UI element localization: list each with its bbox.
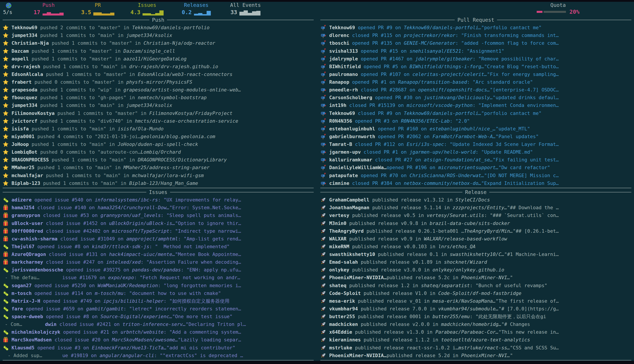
push-event-list: Tekknow69 pushed 2 commits to "master" i… — [3, 24, 314, 187]
event-row: fare opened issue #659 on gambit/gambit:… — [3, 305, 314, 312]
spark-bar — [102, 14, 106, 16]
panel-title-text: Pull Request — [457, 17, 494, 23]
event-row: Thejul67 opened issue #8 on kind3r/ttloc… — [3, 243, 314, 250]
event-text: uBlock-user closed issue #1452 on uBlock… — [12, 220, 241, 226]
event-row: madchicken published release v2.0.0 in m… — [320, 320, 631, 328]
quota-bar — [537, 11, 566, 13]
event-text: Christian-Nja pushed 1 commits to "maste… — [12, 40, 215, 46]
event-row: int19h closed PR #15139 on microsoft/vsc… — [320, 102, 631, 109]
mailbox-open-icon — [320, 134, 329, 140]
event-row: space-dweeb opened issue #8 on Source-Di… — [3, 313, 314, 320]
spark-bar — [59, 12, 64, 16]
issues-event-list: adizere opened issue #540 on informalsys… — [3, 196, 314, 360]
star-icon — [3, 87, 12, 93]
spark-bar — [98, 12, 102, 16]
event-text: kalluriramkumar closed PR #27 on atsign-… — [329, 157, 559, 162]
gauge-label: All Events — [230, 2, 261, 8]
event-row: paulromano opened PR #107 on celeritas-p… — [320, 71, 631, 78]
event-text: Emad-salah published release v0.1.89 in … — [329, 259, 487, 265]
gauge-sparkline — [43, 9, 64, 16]
star-icon — [3, 64, 12, 70]
event-text: MarcSkovMadsen closed issue #20 on MarcS… — [12, 337, 241, 342]
event-row: frabert pushed 0 commits to "master" in … — [3, 78, 314, 86]
event-row: Tekknow69 opened PR #9 on Tekknow69/dani… — [320, 24, 631, 31]
spark-bar — [51, 14, 55, 16]
gauge-readout: 33 — [231, 8, 261, 16]
star-icon — [3, 48, 12, 54]
event-text: Dazcam pushed 1 commits to "master" in D… — [12, 48, 175, 54]
rocket-icon — [320, 290, 329, 296]
event-text: Ranapop opened PR #1 on Ranapop/transiti… — [329, 79, 533, 85]
event-text: - Added sup… ue #19819 on angular/angula… — [5, 353, 243, 358]
event-text: Tamrat-B closed PR #112 on Esri/i3s-spec… — [329, 142, 559, 147]
event-text: PhoenixMiner-NVIDIA…published release 5.… — [329, 275, 513, 280]
event-row: svishal313 opened PR #15 on snehilsanyal… — [320, 48, 631, 55]
mailbox-open-icon — [320, 94, 329, 100]
rocket-icon — [320, 329, 329, 335]
gift-icon — [3, 337, 12, 343]
gauge-sparkline — [93, 9, 114, 16]
quota-label: Quota — [550, 2, 566, 8]
panel-push: Push Tekknow69 pushed 2 commits to "mast… — [3, 16, 314, 188]
star-icon — [3, 141, 12, 147]
globe-icon — [5, 2, 12, 9]
event-text: adizere opened issue #540 on informalsys… — [12, 197, 241, 202]
event-text: int19h closed PR #15139 on microsoft/vsc… — [329, 102, 559, 108]
event-row: x64Eddie published release v1.3.0 in Par… — [320, 328, 631, 336]
star-icon — [3, 157, 12, 163]
rocket-icon — [320, 267, 329, 273]
header: 5/s Push17PR3.5Issues4.3Releases0.2All E… — [0, 2, 634, 16]
event-text: mikeRNM published release v0.0.103 in ln… — [329, 244, 476, 249]
rocket-icon — [320, 345, 329, 351]
mailbox-open-icon — [320, 79, 329, 85]
event-text: patapufate opened PR #70 on ChrisScianna… — [329, 173, 559, 178]
gauge-push: Push17 — [32, 2, 65, 16]
gauge-readout: 0.2 — [182, 8, 211, 16]
event-text: hama3254 closed issue #140 on hama3254/C… — [12, 205, 241, 210]
event-row: aopell pushed 1 commits to "master" in a… — [3, 55, 314, 62]
event-row: JoHoop pushed 1 commits to "main" in JoH… — [3, 140, 314, 148]
event-row: grannypron closed issue #53 on grannypro… — [3, 212, 314, 219]
event-text: cimnine closed PR #384 on netbox-communi… — [329, 180, 559, 186]
release-event-list: GrahamCampbell published release v1.3.12… — [320, 196, 631, 360]
rocket-icon — [320, 259, 329, 265]
event-row: adizere opened issue #540 on informalsys… — [3, 196, 314, 204]
event-row: cw-ashish-sharma closed issue #31049 on … — [3, 235, 314, 242]
spark-bar — [110, 12, 114, 16]
mailbox-open-icon — [320, 172, 329, 178]
event-row: - Added sup… ue #19819 on angular/angula… — [3, 352, 314, 359]
event-row: Tekknow69 closed PR #9 on Tekknow69/dani… — [320, 110, 631, 117]
spark-bar — [198, 13, 202, 16]
event-text: vkumbhar94 published release 7.0.0 in vk… — [329, 306, 559, 312]
spark-bar — [248, 13, 252, 16]
gauge-label: Releases — [184, 2, 208, 8]
event-row: markcharney closed issue #247 on intelxe… — [3, 258, 314, 266]
event-text: frabert pushed 0 commits to "master" in … — [12, 79, 192, 85]
gift-icon — [3, 259, 12, 265]
event-row: R0N4N356 opened PR #3 on R0N4N356/ETEC-L… — [320, 117, 631, 125]
divider-line — [320, 360, 631, 360]
star-icon — [3, 110, 12, 116]
event-text: Klausmd5 opened issue #3 on EinboeckFran… — [12, 345, 236, 350]
rocket-icon — [320, 251, 329, 257]
mailbox-open-icon — [320, 118, 329, 124]
event-text: JoHoop pushed 1 commits to "main" in JoH… — [12, 142, 198, 147]
event-row: kalluriramkumar closed PR #27 on atsign-… — [320, 156, 631, 164]
mailbox-closed-icon — [320, 32, 329, 38]
event-text: vertesy published release v0.5 in vertes… — [329, 212, 559, 218]
mailbox-closed-icon — [320, 87, 329, 93]
event-text: michalmikolajczyk opened issue #21 on ur… — [12, 329, 241, 335]
star-icon — [3, 118, 12, 124]
mailbox-open-icon — [320, 71, 329, 77]
star-icon — [3, 172, 12, 178]
quota-gauge: Quota 20% — [537, 2, 579, 16]
spark-bar — [106, 14, 110, 16]
event-text: shateq published release 1.2 in shateq/s… — [329, 283, 547, 288]
event-row: Christian-Nja pushed 1 commits to "maste… — [3, 40, 314, 47]
event-text: MMaher25 pushed 1 commits to "main" in M… — [12, 165, 209, 170]
event-text: x64Eddie published release v1.3.0 in Par… — [329, 329, 559, 335]
event-text: fare opened issue #659 on gambit/gambit:… — [12, 306, 241, 312]
event-text: DanielLyleWilliamWa…opened PR #196 on mi… — [329, 165, 550, 170]
event-row: mchwalfajar pushed 1 commits to "main" i… — [3, 172, 314, 179]
rocket-icon — [320, 228, 329, 234]
